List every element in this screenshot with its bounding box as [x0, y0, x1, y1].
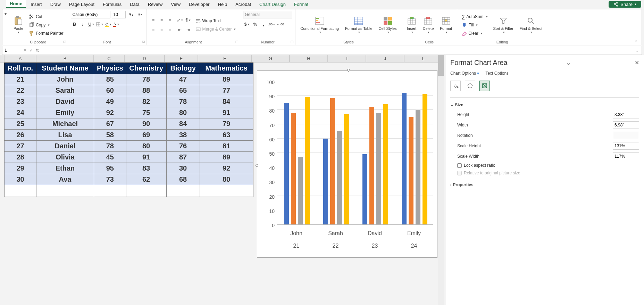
increase-indent-icon[interactable]: ⇥: [184, 26, 192, 34]
align-right-icon[interactable]: ≡: [166, 26, 174, 34]
embedded-chart[interactable]: 0102030405060708090100John21Sarah22David…: [257, 70, 437, 258]
text-options-tab[interactable]: Text Options: [485, 71, 509, 76]
tab-draw[interactable]: Draw: [47, 1, 64, 8]
table-cell[interactable]: 92: [94, 107, 126, 118]
table-cell[interactable]: 30: [5, 174, 36, 185]
table-cell[interactable]: 63: [200, 130, 253, 141]
expand-formula-bar[interactable]: ⌄: [633, 48, 642, 53]
table-cell[interactable]: 24: [5, 107, 36, 118]
underline-button[interactable]: U: [87, 20, 95, 28]
select-all-corner[interactable]: [0, 55, 4, 63]
col-header-A[interactable]: A: [4, 55, 36, 63]
clipboard-dialog-launcher[interactable]: ◱: [63, 40, 66, 43]
number-format-select[interactable]: [243, 11, 292, 18]
chart-bar[interactable]: [330, 98, 335, 224]
worksheet-area[interactable]: A B C D E F G H I J L Roll no.Student Na…: [0, 55, 444, 305]
table-cell[interactable]: Daniel: [36, 141, 94, 152]
table-cell[interactable]: Michael: [36, 118, 94, 130]
accounting-format-button[interactable]: $: [243, 20, 251, 28]
decrease-font-icon[interactable]: A▾: [136, 11, 144, 18]
tab-insert[interactable]: Insert: [27, 1, 45, 8]
table-cell[interactable]: 88: [126, 85, 166, 96]
table-cell[interactable]: 21: [5, 74, 36, 85]
chart-bar[interactable]: [284, 103, 289, 224]
tab-developer[interactable]: Developer: [185, 1, 213, 8]
chart-bar[interactable]: [298, 157, 303, 224]
col-header-L[interactable]: L: [404, 55, 442, 63]
tab-help[interactable]: Help: [215, 1, 231, 8]
borders-button[interactable]: [96, 20, 103, 28]
chart-bar[interactable]: [383, 104, 388, 224]
chart-bar[interactable]: [409, 117, 413, 224]
fill-line-tab-icon[interactable]: [450, 81, 461, 91]
format-as-table-button[interactable]: Format as Table: [343, 15, 375, 35]
chart-bar[interactable]: [337, 131, 342, 224]
col-header-B[interactable]: B: [36, 55, 94, 63]
clear-button[interactable]: Clear: [460, 30, 489, 37]
table-cell[interactable]: 49: [94, 96, 126, 107]
chart-bar[interactable]: [362, 154, 367, 224]
chart-bar[interactable]: [402, 93, 407, 224]
paste-button[interactable]: Paste ▾: [11, 15, 25, 35]
close-pane-button[interactable]: ✕: [635, 59, 639, 66]
table-cell[interactable]: 87: [166, 152, 200, 163]
table-cell[interactable]: John: [36, 74, 94, 85]
align-top-icon[interactable]: ≡: [150, 16, 157, 24]
chart-bar[interactable]: [344, 114, 349, 224]
increase-font-icon[interactable]: A▴: [127, 11, 135, 18]
table-cell[interactable]: 84: [166, 118, 200, 130]
table-cell[interactable]: 76: [166, 141, 200, 152]
table-cell[interactable]: 75: [126, 107, 166, 118]
tab-acrobat[interactable]: Acrobat: [232, 1, 254, 8]
tab-format[interactable]: Format: [291, 1, 312, 8]
table-cell[interactable]: 62: [126, 174, 166, 185]
chart-bar[interactable]: [323, 139, 328, 224]
table-cell[interactable]: Ava: [36, 174, 94, 185]
decrease-indent-icon[interactable]: ⇤: [176, 26, 184, 34]
chart-options-tab[interactable]: Chart Options ▾: [450, 71, 479, 76]
properties-section-header[interactable]: › Properties: [450, 180, 639, 189]
tab-view[interactable]: View: [167, 1, 184, 8]
tab-formulas[interactable]: Formulas: [99, 1, 125, 8]
enter-formula-icon[interactable]: ✓: [30, 48, 33, 53]
fill-color-button[interactable]: [104, 20, 112, 28]
tab-home[interactable]: Home: [6, 0, 26, 8]
pane-dropdown-icon[interactable]: ⌄: [566, 58, 571, 67]
col-header-J[interactable]: J: [366, 55, 404, 63]
table-cell[interactable]: 25: [5, 118, 36, 130]
table-cell[interactable]: Lisa: [36, 130, 94, 141]
table-cell[interactable]: 91: [200, 107, 253, 118]
table-header[interactable]: Biology: [166, 63, 200, 74]
table-cell[interactable]: 78: [166, 96, 200, 107]
table-cell[interactable]: 89: [200, 152, 253, 163]
fill-button[interactable]: Fill: [460, 21, 489, 29]
table-cell[interactable]: 80: [200, 174, 253, 185]
cut-button[interactable]: Cut: [27, 13, 65, 20]
table-cell[interactable]: 82: [126, 96, 166, 107]
comma-format-button[interactable]: ,: [260, 20, 267, 28]
chart-bar[interactable]: [376, 113, 381, 224]
table-cell[interactable]: 60: [94, 85, 126, 96]
width-input[interactable]: [613, 121, 639, 129]
fx-icon[interactable]: fx: [36, 48, 39, 53]
insert-cells-button[interactable]: Insert: [405, 15, 419, 35]
chart-bar[interactable]: [305, 97, 310, 224]
font-color-button[interactable]: A: [112, 20, 120, 28]
align-center-icon[interactable]: ≡: [158, 26, 166, 34]
table-cell[interactable]: 80: [126, 141, 166, 152]
table-cell[interactable]: 23: [5, 96, 36, 107]
col-header-D[interactable]: D: [124, 55, 165, 63]
ribbon-options[interactable]: ▾: [2, 9, 9, 45]
sort-filter-button[interactable]: Sort & Filter: [491, 15, 516, 35]
table-cell[interactable]: 58: [94, 130, 126, 141]
table-cell[interactable]: 79: [200, 118, 253, 130]
align-bottom-icon[interactable]: ≡: [166, 16, 174, 24]
merge-center-button[interactable]: Merge & Center: [194, 25, 237, 33]
table-cell[interactable]: 80: [166, 107, 200, 118]
delete-cells-button[interactable]: Delete: [421, 15, 436, 35]
table-cell[interactable]: 27: [5, 141, 36, 152]
table-cell[interactable]: 73: [94, 174, 126, 185]
vertical-scrollbar[interactable]: [438, 55, 444, 305]
size-section-header[interactable]: ⌄ Size: [450, 100, 639, 109]
cell-styles-button[interactable]: Cell Styles: [377, 15, 399, 35]
